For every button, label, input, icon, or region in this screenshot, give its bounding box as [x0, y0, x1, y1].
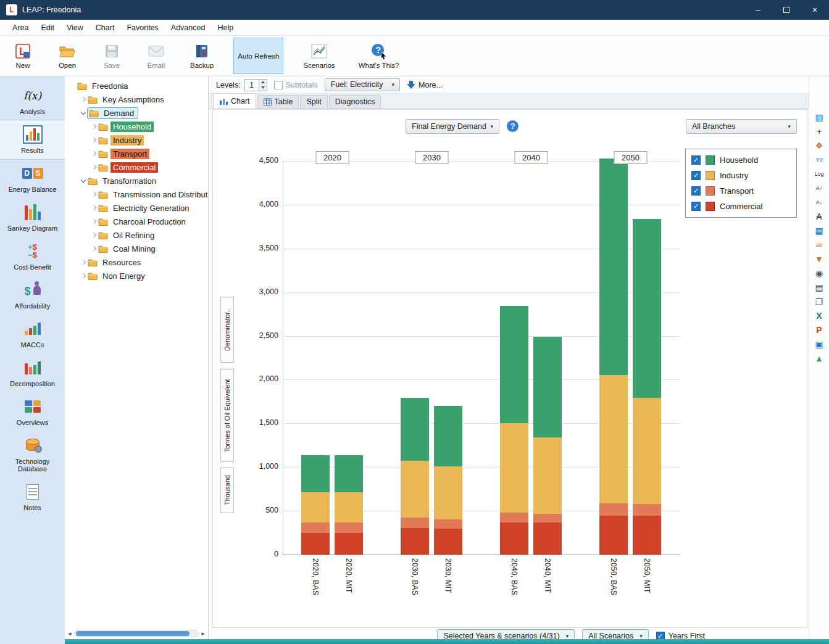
- chevron-collapsed-icon[interactable]: [90, 165, 98, 169]
- toolbar-save-button[interactable]: Save: [98, 38, 126, 74]
- excel-export-button[interactable]: X: [813, 310, 826, 322]
- powerpoint-export-button[interactable]: P: [813, 324, 826, 336]
- menu-advanced[interactable]: Advanced: [165, 21, 212, 35]
- sidebar-item-energy-balance[interactable]: DSEnergy Balance: [0, 159, 65, 198]
- sidebar-item-notes[interactable]: Notes: [0, 477, 65, 516]
- tree-item-transport[interactable]: Transport: [65, 147, 208, 160]
- toolbar-backup-button[interactable]: Backup: [186, 38, 217, 74]
- chevron-collapsed-icon[interactable]: [90, 206, 98, 210]
- tree-item-transformation[interactable]: Transformation: [65, 174, 208, 188]
- sidebar-item-maccs[interactable]: MACCs: [0, 315, 65, 353]
- data-labels-button[interactable]: ab: [813, 239, 826, 251]
- chevron-collapsed-icon[interactable]: [90, 233, 98, 237]
- sidebar-item-results[interactable]: Results: [0, 120, 65, 159]
- chevron-collapsed-icon[interactable]: [90, 247, 98, 250]
- spin-down-icon[interactable]: [259, 85, 267, 91]
- subtotals-checkbox[interactable]: Subtotals: [274, 81, 318, 89]
- chevron-collapsed-icon[interactable]: [90, 192, 98, 196]
- font-style-button[interactable]: A: [813, 210, 826, 223]
- tree-item-non-energy[interactable]: Non Energy: [65, 269, 208, 283]
- maximize-button[interactable]: [772, 0, 801, 20]
- chevron-collapsed-icon[interactable]: [79, 274, 88, 278]
- copy-button[interactable]: ❐: [813, 295, 826, 308]
- sidebar-item-analysis[interactable]: f(x)Analysis: [0, 81, 65, 120]
- help-icon[interactable]: ?: [507, 120, 519, 132]
- tab-table[interactable]: Table: [257, 95, 299, 109]
- tree-item-transmission-and-distribut[interactable]: Transmission and Distribut: [65, 188, 208, 201]
- chevron-collapsed-icon[interactable]: [79, 97, 88, 101]
- log-scale-button[interactable]: Log: [813, 168, 826, 180]
- tree-item-freedonia[interactable]: Freedonia: [65, 79, 208, 93]
- toolbar-auto-refresh-button[interactable]: Auto Refresh: [233, 38, 283, 74]
- refresh-chart-button[interactable]: ▲: [813, 352, 826, 365]
- point-select-button[interactable]: +: [813, 125, 826, 138]
- scroll-left-icon[interactable]: ◄: [66, 631, 73, 637]
- tree-item-coal-mining[interactable]: Coal Mining: [65, 242, 208, 255]
- legend-item-household[interactable]: ✓Household: [691, 152, 791, 168]
- menu-edit[interactable]: Edit: [35, 21, 60, 35]
- tree-item-resources[interactable]: Resources: [65, 255, 208, 269]
- scroll-right-icon[interactable]: ►: [199, 631, 207, 637]
- branches-dropdown[interactable]: All Branches ▾: [686, 119, 797, 134]
- chevron-collapsed-icon[interactable]: [90, 125, 98, 128]
- menu-favorites[interactable]: Favorites: [120, 21, 164, 35]
- legend-item-commercial[interactable]: ✓Commercial: [691, 199, 791, 214]
- more-button[interactable]: More...: [407, 81, 443, 89]
- tree-item-charcoal-production[interactable]: Charcoal Production: [65, 215, 208, 228]
- chevron-collapsed-icon[interactable]: [90, 220, 98, 223]
- chevron-expanded-icon[interactable]: [79, 180, 88, 182]
- chevron-collapsed-icon[interactable]: [90, 138, 98, 142]
- gridlines-button[interactable]: ▦: [813, 225, 826, 237]
- fuel-selector[interactable]: Fuel: Electricity ▾: [325, 78, 400, 91]
- chevron-expanded-icon[interactable]: [79, 112, 88, 114]
- tab-chart[interactable]: Chart: [214, 93, 256, 109]
- menu-area[interactable]: Area: [6, 21, 35, 35]
- chevron-collapsed-icon[interactable]: [79, 260, 88, 264]
- checkbox-checked-icon[interactable]: ✓: [691, 202, 701, 211]
- pin-chart-button[interactable]: ▼: [813, 253, 826, 265]
- font-increase-button[interactable]: A↑: [813, 182, 826, 194]
- tab-diagnostics[interactable]: Diagnostics: [329, 95, 381, 109]
- checkbox-checked-icon[interactable]: ✓: [691, 186, 701, 196]
- save-chart-button[interactable]: ▣: [813, 338, 826, 350]
- sidebar-item-cost-benefit[interactable]: +$−$Cost-Benefit: [0, 237, 65, 276]
- menu-help[interactable]: Help: [211, 21, 240, 35]
- legend-item-industry[interactable]: ✓Industry: [691, 168, 791, 183]
- toolbar-scenarios-button[interactable]: Scenarios: [299, 38, 338, 74]
- font-decrease-button[interactable]: A↓: [813, 196, 826, 208]
- checkbox-checked-icon[interactable]: ✓: [691, 155, 701, 165]
- sidebar-item-technology-database[interactable]: Technology Database: [0, 431, 65, 477]
- axis-button-unit[interactable]: Tonnes of Oil Equivalent: [220, 369, 234, 462]
- tree-item-electricity-generation[interactable]: Electricity Generation: [65, 201, 208, 215]
- chevron-collapsed-icon[interactable]: [90, 152, 98, 155]
- scrollbar-track[interactable]: [74, 630, 199, 637]
- toolbar-whats-this-button[interactable]: ?What's This?: [355, 38, 403, 74]
- print-button[interactable]: ▤: [813, 281, 826, 294]
- sidebar-item-decomposition[interactable]: Decomposition: [0, 353, 65, 392]
- axis-button-denominator[interactable]: Denominator..: [220, 297, 234, 363]
- sidebar-item-affordability[interactable]: $Affordability: [0, 276, 65, 315]
- sidebar-item-sankey-diagram[interactable]: Sankey Diagram: [0, 198, 65, 237]
- levels-spin-buttons[interactable]: [259, 80, 267, 91]
- tree-item-industry[interactable]: Industry: [65, 133, 208, 147]
- tab-split[interactable]: Split: [300, 95, 327, 109]
- tree-item-commercial[interactable]: Commercial: [65, 160, 208, 174]
- scrollbar-thumb[interactable]: [76, 631, 190, 636]
- menu-chart[interactable]: Chart: [90, 21, 121, 35]
- menu-view[interactable]: View: [60, 21, 90, 35]
- axis-button-scale[interactable]: Thousand: [220, 468, 234, 513]
- snapshot-button[interactable]: ◉: [813, 267, 826, 279]
- toolbar-email-button[interactable]: Email: [142, 38, 170, 74]
- tree-item-demand[interactable]: Demand: [65, 106, 208, 120]
- legend-item-transport[interactable]: ✓Transport: [691, 183, 791, 199]
- toolbar-open-button[interactable]: Open: [53, 38, 81, 74]
- tree-item-oil-refining[interactable]: Oil Refining: [65, 228, 208, 242]
- checkbox-unchecked-icon[interactable]: [274, 81, 283, 89]
- minimize-button[interactable]: –: [744, 0, 772, 20]
- y-origin-button[interactable]: Y0: [813, 154, 826, 166]
- spin-up-icon[interactable]: [259, 80, 267, 85]
- close-button[interactable]: ×: [801, 0, 829, 20]
- sidebar-item-overviews[interactable]: Overviews: [0, 392, 65, 431]
- levels-stepper[interactable]: 1: [244, 79, 267, 91]
- color-palette-button[interactable]: ❖: [813, 139, 826, 152]
